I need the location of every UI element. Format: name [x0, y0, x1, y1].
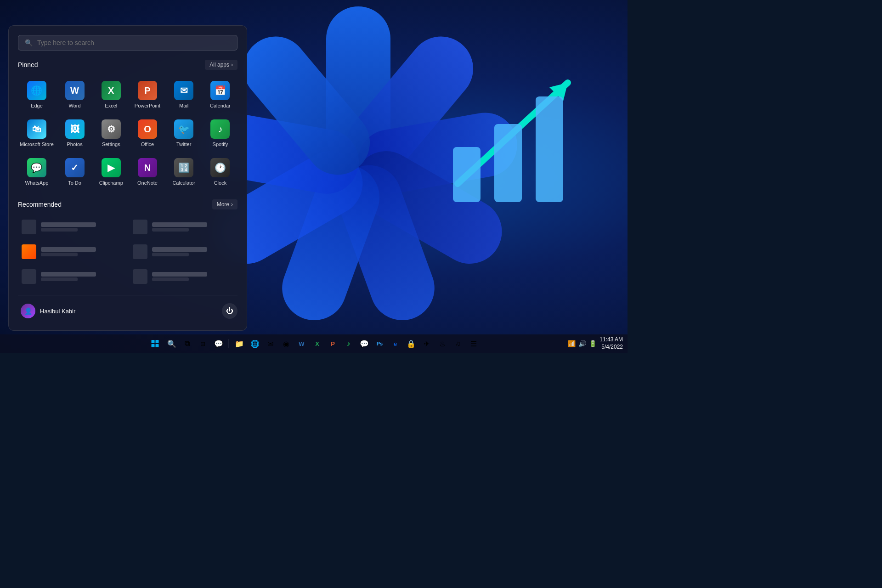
app-icon-spotify: ♪	[210, 119, 230, 139]
taskbar-right: 📶 🔊 🔋 11:43 AM 5/4/2022	[568, 336, 623, 351]
app-label-powerpoint: PowerPoint	[135, 103, 160, 108]
rec-item-0[interactable]	[18, 216, 126, 238]
app-icon-powerpoint: P	[138, 81, 157, 100]
svg-rect-2	[453, 147, 481, 202]
rec-title-2	[41, 247, 96, 252]
rec-icon-2	[22, 244, 36, 259]
power-icon: ⏻	[226, 307, 233, 315]
app-icon-office: O	[138, 119, 157, 139]
more-label: More	[217, 201, 229, 208]
pinned-label: Pinned	[18, 61, 38, 68]
power-button[interactable]: ⏻	[222, 303, 237, 319]
taskbar-steam[interactable]: ♨	[435, 336, 450, 351]
rec-item-2[interactable]	[18, 241, 126, 263]
app-label-word: Word	[69, 103, 81, 108]
app-label-twitter: Twitter	[176, 141, 191, 147]
taskbar-telegram[interactable]: ✈	[419, 336, 434, 351]
app-label-todo: To Do	[68, 180, 81, 186]
taskbar-ps[interactable]: Ps	[373, 336, 387, 351]
app-item-edge[interactable]: 🌐 Edge	[18, 76, 56, 113]
rec-icon-1	[133, 220, 147, 234]
app-label-spotify: Spotify	[213, 141, 228, 147]
taskbar-chat-button[interactable]: 💬	[211, 336, 226, 351]
app-icon-onenote: N	[138, 158, 157, 177]
win-logo-bl	[152, 344, 155, 347]
app-item-calculator[interactable]: 🔢 Calculator	[167, 153, 201, 190]
taskbar-spotify[interactable]: ♪	[341, 336, 356, 351]
pinned-section: Pinned All apps › 🌐 Edge W Word X Ex	[18, 60, 237, 190]
app-item-clipchamp[interactable]: ▶ Clipchamp	[94, 153, 128, 190]
app-icon-clock: 🕐	[210, 158, 230, 177]
start-button[interactable]	[147, 335, 164, 352]
taskbar-date: 5/4/2022	[599, 344, 623, 351]
app-item-todo[interactable]: ✓ To Do	[57, 153, 92, 190]
tray-battery[interactable]: 🔋	[589, 340, 597, 347]
rec-item-1[interactable]	[129, 216, 237, 238]
app-label-edge: Edge	[31, 103, 43, 108]
app-item-excel[interactable]: X Excel	[94, 76, 128, 113]
rec-text-2	[41, 247, 96, 256]
rec-item-4[interactable]	[18, 266, 126, 288]
app-item-twitter[interactable]: 🐦 Twitter	[167, 115, 201, 152]
more-button[interactable]: More ›	[212, 199, 237, 209]
rec-title-3	[152, 247, 207, 252]
svg-rect-4	[536, 96, 563, 202]
app-item-msstore[interactable]: 🛍 Microsoft Store	[18, 115, 56, 152]
taskbar-edge[interactable]: 🌐	[248, 336, 262, 351]
taskbar-taskview-button[interactable]: ⧉	[180, 336, 195, 351]
app-item-whatsapp[interactable]: 💬 WhatsApp	[18, 153, 56, 190]
app-item-mail[interactable]: ✉ Mail	[167, 76, 201, 113]
app-icon-clipchamp: ▶	[102, 158, 121, 177]
user-info[interactable]: 👤 Hasibul Kabir	[18, 301, 78, 321]
taskbar-ppt[interactable]: P	[326, 336, 340, 351]
search-bar[interactable]: 🔍	[18, 35, 237, 51]
taskbar-excel[interactable]: X	[310, 336, 325, 351]
rec-sub-5	[152, 277, 189, 281]
tray-sound[interactable]: 🔊	[578, 340, 586, 347]
rec-sub-1	[152, 228, 189, 232]
search-icon: 🔍	[25, 39, 33, 46]
app-item-calendar[interactable]: 📅 Calendar	[203, 76, 237, 113]
app-icon-word: W	[65, 81, 85, 100]
recommended-header: Recommended More ›	[18, 199, 237, 209]
app-item-clock[interactable]: 🕐 Clock	[203, 153, 237, 190]
pinned-header: Pinned All apps ›	[18, 60, 237, 70]
app-icon-photos: 🖼	[65, 119, 85, 139]
svg-rect-3	[494, 124, 522, 202]
app-item-settings[interactable]: ⚙ Settings	[94, 115, 128, 152]
tray-network[interactable]: 📶	[568, 340, 576, 347]
rec-sub-3	[152, 253, 189, 256]
app-item-onenote[interactable]: N OneNote	[130, 153, 164, 190]
app-item-office[interactable]: O Office	[130, 115, 164, 152]
taskbar-itunes[interactable]: ♫	[451, 336, 465, 351]
app-item-word[interactable]: W Word	[57, 76, 92, 113]
taskbar-chrome[interactable]: ◉	[279, 336, 294, 351]
taskbar-vpn[interactable]: 🔒	[404, 336, 418, 351]
taskbar: 🔍 ⧉ ⊟ 💬 📁 🌐 ✉ ◉ W X P ♪ 💬 Ps e 🔒 ✈ ♨ ♫ ☰…	[0, 334, 628, 353]
taskbar-mail[interactable]: ✉	[263, 336, 278, 351]
app-item-spotify[interactable]: ♪ Spotify	[203, 115, 237, 152]
taskbar-widgets-button[interactable]: ⊟	[196, 336, 210, 351]
app-item-photos[interactable]: 🖼 Photos	[57, 115, 92, 152]
rec-item-5[interactable]	[129, 266, 237, 288]
stats-chart-decoration	[439, 55, 600, 230]
app-icon-mail: ✉	[174, 81, 193, 100]
rec-icon-5	[133, 269, 147, 284]
taskbar-word[interactable]: W	[294, 336, 309, 351]
search-input[interactable]	[37, 39, 231, 46]
rec-title-0	[41, 222, 96, 227]
app-label-calendar: Calendar	[210, 103, 231, 108]
app-icon-twitter: 🐦	[174, 119, 193, 139]
all-apps-button[interactable]: All apps ›	[205, 60, 237, 70]
taskbar-messenger[interactable]: 💬	[357, 336, 372, 351]
taskbar-explorer[interactable]: 📁	[232, 336, 247, 351]
taskbar-search-button[interactable]: 🔍	[164, 336, 179, 351]
rec-title-1	[152, 222, 207, 227]
app-item-powerpoint[interactable]: P PowerPoint	[130, 76, 164, 113]
taskbar-edge2[interactable]: e	[388, 336, 403, 351]
rec-text-1	[152, 222, 207, 232]
rec-sub-2	[41, 253, 78, 256]
taskbar-taskmgr[interactable]: ☰	[466, 336, 481, 351]
taskbar-clock[interactable]: 11:43 AM 5/4/2022	[599, 336, 623, 351]
rec-item-3[interactable]	[129, 241, 237, 263]
